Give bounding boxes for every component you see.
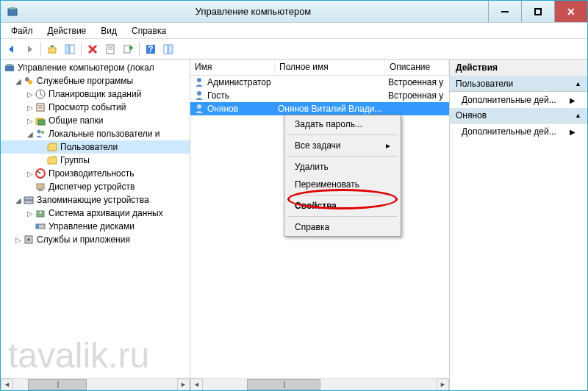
svg-rect-8 [124, 46, 130, 53]
actions-pane: Действия Пользователи▲ Дополнительные де… [450, 60, 587, 390]
col-desc[interactable]: Описание [385, 60, 449, 75]
tree-device-manager[interactable]: Диспетчер устройств [1, 180, 190, 193]
tree-root[interactable]: Управление компьютером (локал [1, 61, 190, 74]
svg-rect-0 [8, 9, 17, 15]
cm-rename[interactable]: Переименовать [284, 176, 401, 193]
menu-help[interactable]: Справка [126, 24, 172, 37]
svg-rect-22 [38, 120, 45, 125]
svg-point-23 [37, 130, 41, 134]
list-hscroll[interactable]: ◄ ||| ► [190, 378, 449, 390]
svg-point-37 [197, 91, 201, 96]
cm-help[interactable]: Справка [284, 218, 401, 236]
svg-rect-18 [37, 104, 44, 111]
collapse-icon: ▲ [575, 112, 581, 119]
svg-rect-1 [10, 7, 15, 10]
toolbar: ? [1, 39, 587, 60]
user-icon [193, 76, 205, 88]
list-row-selected[interactable]: Онянов Онянов Виталий Влади... [190, 102, 449, 115]
svg-point-35 [27, 238, 30, 241]
list-row[interactable]: Гость Встроенная у [190, 89, 449, 102]
tree-pane: Управление компьютером (локал ◢Служебные… [1, 60, 190, 390]
svg-rect-3 [65, 45, 69, 54]
tree-performance[interactable]: ▷Производительность [1, 167, 190, 180]
tree-task-scheduler[interactable]: ▷Планировщик заданий [1, 87, 190, 101]
svg-rect-14 [7, 64, 12, 66]
minimize-button[interactable] [488, 1, 521, 22]
tree-services[interactable]: ▷Службы и приложения [1, 233, 190, 246]
svg-point-36 [197, 78, 201, 82]
actions-pane-button[interactable] [160, 41, 176, 57]
svg-rect-2 [49, 48, 56, 53]
tree-users[interactable]: Пользователи [1, 140, 190, 154]
tree-groups[interactable]: Группы [1, 154, 190, 167]
cm-delete[interactable]: Удалить [284, 158, 401, 176]
help-button[interactable]: ? [143, 41, 159, 57]
col-fullname[interactable]: Полное имя [275, 60, 385, 75]
forward-button[interactable] [21, 41, 37, 57]
menubar: Файл Действие Вид Справка [1, 23, 587, 39]
svg-rect-4 [70, 45, 74, 54]
svg-rect-26 [37, 184, 44, 189]
export-button[interactable] [120, 41, 136, 57]
tree-local-users[interactable]: ◢Локальные пользователи и [1, 127, 190, 140]
submenu-icon: ▶ [570, 128, 576, 136]
tree-hscroll[interactable]: ◄ ||| ► [1, 378, 190, 390]
user-icon [193, 103, 205, 115]
tree-event-viewer[interactable]: ▷Просмотр событий [1, 101, 190, 114]
svg-rect-27 [38, 190, 43, 191]
list-row[interactable]: Администратор Встроенная у [190, 76, 449, 89]
collapse-icon: ▲ [575, 80, 581, 87]
window-title: Управление компьютером [18, 6, 488, 17]
actions-section-user[interactable]: Онянов▲ [450, 108, 587, 123]
titlebar: Управление компьютером ✕ [1, 1, 587, 23]
app-icon [7, 6, 18, 18]
actions-section-users[interactable]: Пользователи▲ [450, 76, 587, 92]
tree-shared-folders[interactable]: ▷Общие папки [1, 114, 190, 127]
properties-button[interactable] [102, 41, 118, 57]
cm-properties[interactable]: Свойства [284, 197, 401, 215]
tree-system-tools[interactable]: ◢Служебные программы [1, 74, 190, 87]
svg-rect-13 [5, 65, 14, 71]
svg-rect-12 [168, 45, 173, 54]
tree-disk-management[interactable]: Управление дисками [1, 220, 190, 233]
submenu-icon: ▸ [386, 140, 390, 151]
actions-more-user[interactable]: Дополнительные дей...▶ [450, 123, 587, 140]
menu-file[interactable]: Файл [5, 24, 39, 37]
svg-text:?: ? [148, 44, 153, 54]
up-button[interactable] [44, 41, 60, 57]
list-header: Имя Полное имя Описание [190, 60, 449, 76]
svg-rect-29 [24, 201, 33, 204]
maximize-button[interactable] [521, 1, 554, 22]
user-icon [193, 90, 205, 101]
actions-header: Действия [450, 60, 587, 76]
svg-point-31 [40, 212, 42, 214]
context-menu: Задать пароль... Все задачи▸ Удалить Пер… [284, 115, 401, 237]
delete-button[interactable] [85, 41, 101, 57]
col-name[interactable]: Имя [190, 60, 275, 75]
svg-rect-11 [164, 45, 168, 54]
tree-storage[interactable]: ◢Запоминающие устройства [1, 193, 190, 207]
svg-point-38 [197, 104, 201, 109]
svg-rect-33 [36, 224, 39, 229]
tree-backup[interactable]: ▷Система архивации данных [1, 207, 190, 220]
cm-set-password[interactable]: Задать пароль... [284, 115, 401, 133]
actions-more-users[interactable]: Дополнительные дей...▶ [450, 92, 587, 108]
svg-point-24 [41, 131, 44, 134]
menu-action[interactable]: Действие [42, 24, 93, 37]
back-button[interactable] [4, 41, 20, 57]
svg-rect-28 [24, 197, 33, 200]
menu-view[interactable]: Вид [95, 24, 123, 37]
svg-point-16 [28, 80, 32, 85]
show-hide-tree-button[interactable] [62, 41, 78, 57]
close-button[interactable]: ✕ [554, 1, 587, 22]
cm-all-tasks[interactable]: Все задачи▸ [284, 137, 401, 154]
submenu-icon: ▶ [570, 96, 576, 104]
